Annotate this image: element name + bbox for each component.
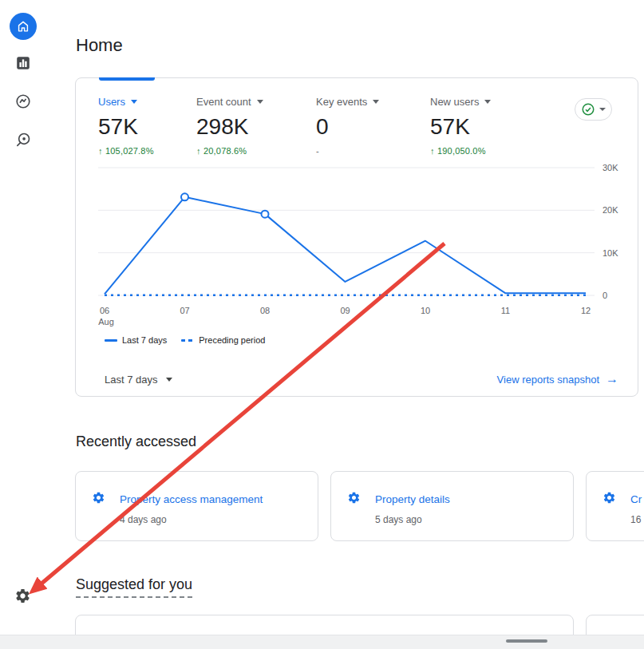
sidebar-item-reports[interactable] xyxy=(0,46,45,84)
shortcut-meta: 5 days ago xyxy=(375,514,422,525)
legend-label: Last 7 days xyxy=(122,335,167,345)
svg-text:11: 11 xyxy=(501,306,510,315)
metric-label: Key events xyxy=(316,96,430,108)
chart-legend: Last 7 days Preceding period xyxy=(105,335,265,345)
app-window: Home Users 57K ↑ 105,027.8% Event count … xyxy=(0,0,644,649)
metric-delta: ↑ 190,050.0% xyxy=(430,146,566,156)
svg-text:10: 10 xyxy=(421,306,430,315)
gear-icon xyxy=(347,491,361,505)
gear-icon xyxy=(14,588,31,607)
metric-delta: ↑ 105,027.8% xyxy=(98,146,196,156)
view-reports-snapshot-link[interactable]: View reports snapshot → xyxy=(497,373,618,386)
metric-delta: - xyxy=(316,146,430,156)
active-tab-indicator xyxy=(99,77,155,81)
status-badge[interactable] xyxy=(575,98,612,121)
page-title: Home xyxy=(76,35,123,56)
metric-users[interactable]: Users 57K ↑ 105,027.8% xyxy=(98,96,196,156)
svg-text:09: 09 xyxy=(340,306,350,315)
advertising-icon xyxy=(14,131,32,152)
legend-item-preceding-period: Preceding period xyxy=(181,335,265,345)
metrics-row: Users 57K ↑ 105,027.8% Event count 298K … xyxy=(98,96,566,156)
gear-icon xyxy=(92,491,105,505)
arrow-right-icon: → xyxy=(606,373,618,386)
explore-icon xyxy=(14,93,32,113)
svg-text:08: 08 xyxy=(260,306,270,315)
shortcut-title: Property details xyxy=(375,493,450,505)
horizontal-scrollbar-thumb[interactable] xyxy=(506,639,547,643)
svg-text:10K: 10K xyxy=(603,248,618,258)
suggested-for-you-heading: Suggested for you xyxy=(76,576,192,593)
chevron-down-icon xyxy=(373,100,379,104)
date-range-label: Last 7 days xyxy=(105,374,158,386)
shortcut-meta: 16 xyxy=(630,514,641,525)
bar-chart-icon xyxy=(14,54,32,75)
card-footer: Last 7 days View reports snapshot → xyxy=(105,373,618,386)
shortcut-meta: 4 days ago xyxy=(120,514,167,525)
users-trend-line-chart: 30K20K10K006Aug070809101112 xyxy=(76,158,639,327)
svg-text:Aug: Aug xyxy=(98,317,114,326)
metric-event-count[interactable]: Event count 298K ↑ 20,078.6% xyxy=(196,96,316,156)
chevron-down-icon xyxy=(484,100,491,104)
metric-label: Event count xyxy=(196,96,316,108)
svg-text:20K: 20K xyxy=(603,205,618,215)
legend-label: Preceding period xyxy=(199,335,265,345)
svg-text:30K: 30K xyxy=(603,163,618,172)
dashed-line-swatch xyxy=(181,339,194,342)
chevron-down-icon xyxy=(599,108,606,111)
shortcut-title: Cr xyxy=(630,493,642,505)
chevron-down-icon xyxy=(131,100,137,104)
recent-card-property-details[interactable]: Property details 5 days ago xyxy=(330,471,574,541)
recent-card-truncated[interactable]: Cr 16 xyxy=(586,471,644,541)
metric-value: 57K xyxy=(98,114,196,140)
home-icon xyxy=(10,13,37,40)
gear-icon xyxy=(603,491,616,505)
svg-text:06: 06 xyxy=(100,306,109,315)
chevron-down-icon xyxy=(257,100,263,104)
left-nav-rail xyxy=(0,0,45,635)
svg-text:0: 0 xyxy=(603,291,607,300)
metric-value: 298K xyxy=(196,114,316,140)
chevron-down-icon xyxy=(166,378,172,382)
recent-card-property-access-management[interactable]: Property access management 4 days ago xyxy=(75,471,318,541)
shortcut-title: Property access management xyxy=(120,493,263,505)
metric-value: 0 xyxy=(316,114,430,140)
check-circle-icon xyxy=(581,102,595,117)
recently-accessed-heading: Recently accessed xyxy=(76,433,196,450)
sidebar-item-advertising[interactable] xyxy=(0,122,45,160)
sidebar-item-explore[interactable] xyxy=(0,84,45,122)
sidebar-item-home[interactable] xyxy=(0,7,45,46)
horizontal-scrollbar-track xyxy=(0,635,644,649)
date-range-selector[interactable]: Last 7 days xyxy=(105,374,172,386)
metric-value: 57K xyxy=(430,114,566,140)
link-label: View reports snapshot xyxy=(497,374,599,386)
solid-line-swatch xyxy=(105,339,117,342)
sidebar-item-admin[interactable] xyxy=(0,580,45,614)
metric-label: New users xyxy=(430,96,566,108)
metric-delta: ↑ 20,078.6% xyxy=(196,146,316,156)
metric-label: Users xyxy=(98,96,196,108)
svg-text:12: 12 xyxy=(581,306,591,315)
legend-item-last-7-days: Last 7 days xyxy=(105,335,167,345)
home-overview-card: Users 57K ↑ 105,027.8% Event count 298K … xyxy=(75,77,638,397)
metric-key-events[interactable]: Key events 0 - xyxy=(316,96,430,156)
svg-text:07: 07 xyxy=(180,306,189,315)
metric-new-users[interactable]: New users 57K ↑ 190,050.0% xyxy=(430,96,566,156)
